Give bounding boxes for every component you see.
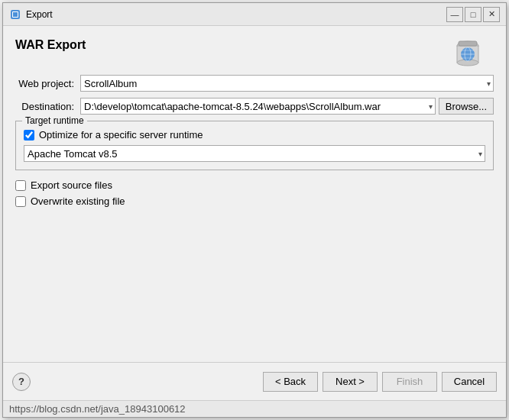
- web-project-row: Web project: ScrollAlbum ▾: [15, 75, 494, 92]
- optimize-row: Optimize for a specific server runtime: [24, 129, 485, 141]
- destination-label: Destination:: [15, 101, 80, 112]
- overwrite-row: Overwrite existing file: [15, 195, 494, 207]
- export-window: Export — □ ✕ WAR Export: [2, 2, 507, 418]
- overwrite-checkbox[interactable]: [15, 196, 26, 207]
- svg-rect-6: [459, 41, 477, 46]
- help-button[interactable]: ?: [12, 373, 31, 391]
- export-source-row: Export source files: [15, 179, 494, 191]
- window-title: Export: [26, 9, 446, 20]
- bottom-bar: ? < Back Next > Finish Cancel: [3, 362, 506, 400]
- runtime-dropdown-wrapper: Apache Tomcat v8.5 ▾: [24, 145, 485, 162]
- overwrite-label: Overwrite existing file: [31, 195, 125, 207]
- titlebar: Export — □ ✕: [3, 3, 506, 26]
- export-source-label: Export source files: [31, 179, 112, 191]
- target-runtime-group: Target runtime Optimize for a specific s…: [15, 121, 494, 170]
- export-source-checkbox[interactable]: [15, 180, 26, 191]
- war-icon-container: [448, 32, 494, 78]
- page-title: WAR Export: [15, 38, 86, 52]
- window-controls: — □ ✕: [446, 7, 500, 22]
- minimize-button[interactable]: —: [446, 7, 463, 22]
- window-icon: [9, 8, 21, 21]
- form-area: Web project: ScrollAlbum ▾ Destination: …: [15, 75, 494, 212]
- nav-buttons: < Back Next > Finish Cancel: [263, 372, 497, 392]
- statusbar: https://blog.csdn.net/java_18943100612: [3, 400, 506, 417]
- web-project-dropdown-wrapper: ScrollAlbum ▾: [80, 75, 494, 92]
- target-runtime-title: Target runtime: [22, 115, 87, 126]
- header-section: WAR Export: [15, 35, 494, 52]
- destination-select[interactable]: D:\develop\tomcat\apache-tomcat-8.5.24\w…: [80, 98, 436, 115]
- main-content: WAR Export Web project:: [3, 26, 506, 362]
- svg-rect-2: [13, 12, 18, 17]
- close-button[interactable]: ✕: [483, 7, 500, 22]
- next-button[interactable]: Next >: [323, 372, 378, 392]
- destination-dropdown-wrapper: D:\develop\tomcat\apache-tomcat-8.5.24\w…: [80, 98, 436, 115]
- back-button[interactable]: < Back: [263, 372, 318, 392]
- destination-row: Destination: D:\develop\tomcat\apache-to…: [15, 98, 494, 115]
- statusbar-url: https://blog.csdn.net/java_18943100612: [9, 403, 186, 415]
- optimize-label: Optimize for a specific server runtime: [39, 129, 203, 141]
- browse-button[interactable]: Browse...: [439, 98, 494, 115]
- web-project-label: Web project:: [15, 78, 80, 89]
- web-project-select[interactable]: ScrollAlbum: [80, 75, 494, 92]
- cancel-button[interactable]: Cancel: [442, 372, 497, 392]
- runtime-select[interactable]: Apache Tomcat v8.5: [24, 145, 485, 162]
- finish-button[interactable]: Finish: [382, 372, 437, 392]
- optimize-checkbox[interactable]: [24, 130, 34, 141]
- maximize-button[interactable]: □: [465, 7, 481, 22]
